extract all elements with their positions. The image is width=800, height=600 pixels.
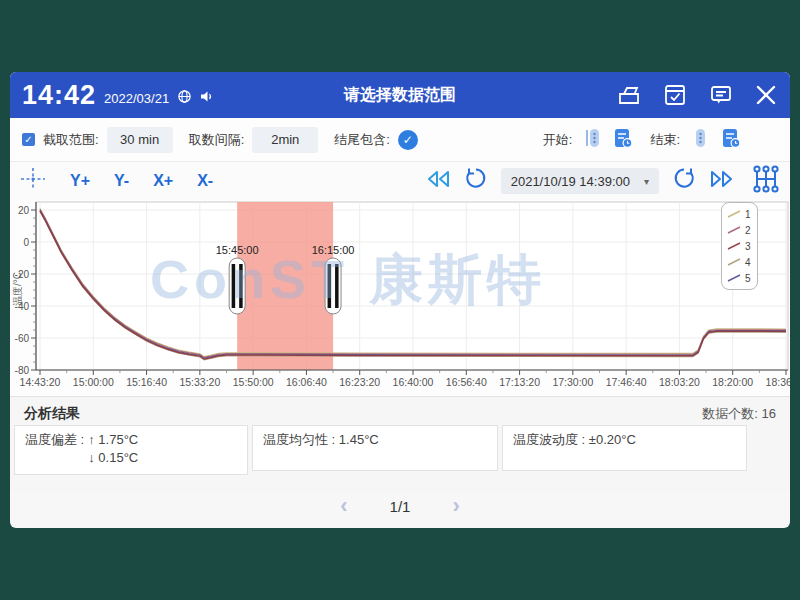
svg-text:15:16:40: 15:16:40 (126, 376, 167, 388)
cursor-handle[interactable] (325, 258, 341, 314)
svg-text:16:06:40: 16:06:40 (286, 376, 327, 388)
cursor-time-label: 16:15:00 (312, 244, 355, 256)
x-zoom-out-button[interactable]: X- (197, 172, 213, 190)
svg-text:-40: -40 (15, 301, 30, 312)
svg-text:15:00:00: 15:00:00 (73, 376, 114, 388)
deviation-down-value: ↓ 0.15°C (88, 449, 138, 467)
cursor-time-label: 15:45:00 (216, 244, 259, 256)
globe-icon (177, 89, 192, 108)
screen: { "titlebar": { "time": "14:42", "date":… (0, 0, 800, 600)
app-window: 14:42 2022/03/21 请选择数据范围 (10, 72, 790, 528)
range-controls: ✓ 截取范围: 30 min 取数间隔: 2min 结尾包含: ✓ 开始: 结束… (10, 118, 790, 162)
svg-text:-80: -80 (15, 365, 30, 376)
datetime-dropdown[interactable]: 2021/10/19 14:39:00 ▾ (501, 168, 659, 194)
prev-page-button[interactable]: ‹ (340, 496, 347, 516)
svg-text:16:23:20: 16:23:20 (339, 376, 380, 388)
clock-date: 2022/03/21 (104, 91, 169, 106)
svg-text:20: 20 (18, 205, 30, 216)
range-input[interactable]: 30 min (107, 127, 173, 153)
chevron-down-icon: ▾ (644, 176, 649, 187)
legend-item-2[interactable]: 2 (727, 222, 752, 238)
end-time-icon[interactable] (720, 127, 742, 152)
svg-text:17:13:20: 17:13:20 (499, 376, 540, 388)
chart[interactable]: 200-20-40-60-8014:43:2015:00:0015:16:401… (10, 200, 790, 396)
calendar-check-icon[interactable] (662, 82, 688, 108)
legend-item-1[interactable]: 1 (727, 206, 752, 222)
comment-icon[interactable] (708, 82, 734, 108)
svg-text:15:50:00: 15:50:00 (233, 376, 274, 388)
y-zoom-out-button[interactable]: Y- (114, 172, 129, 190)
range-label: 截取范围: (43, 131, 99, 149)
crosshair-icon[interactable] (20, 167, 46, 195)
clock-time: 14:42 (22, 80, 96, 111)
svg-text:15:33:20: 15:33:20 (179, 376, 220, 388)
export-file-icon[interactable] (616, 82, 642, 108)
page-title: 请选择数据范围 (344, 85, 456, 106)
interval-label: 取数间隔: (189, 131, 245, 149)
legend-item-3[interactable]: 3 (727, 238, 752, 254)
page-indicator: 1/1 (390, 498, 411, 515)
svg-text:16:56:40: 16:56:40 (446, 376, 487, 388)
uniformity-result: 温度均匀性 : 1.45°C (252, 425, 498, 471)
chart-area: 温度/°C 200-20-40-60-8014:43:2015:00:0015:… (10, 200, 790, 396)
interval-input[interactable]: 2min (252, 127, 318, 153)
svg-text:0: 0 (23, 237, 29, 248)
svg-text:17:46:40: 17:46:40 (606, 376, 647, 388)
chart-toolbar: Y+ Y- X+ X- 2021/10/19 14:39:00 ▾ (10, 162, 790, 200)
rewind-icon[interactable] (425, 169, 451, 193)
x-zoom-in-button[interactable]: X+ (153, 172, 173, 190)
deviation-result: 温度偏差 : ↑ 1.75°C ↓ 0.15°C (14, 425, 248, 475)
svg-text:16:40:00: 16:40:00 (393, 376, 434, 388)
titlebar: 14:42 2022/03/21 请选择数据范围 (10, 72, 790, 118)
svg-text:18:20:00: 18:20:00 (712, 376, 753, 388)
range-checkbox[interactable]: ✓ (22, 133, 35, 146)
cursor-handle[interactable] (229, 258, 245, 314)
chart-legend[interactable]: 12345 (721, 202, 758, 290)
analysis-section: 分析结果 数据个数: 16 温度偏差 : ↑ 1.75°C ↓ 0.15°C 温… (10, 396, 790, 492)
svg-text:18:36:40: 18:36:40 (766, 376, 790, 388)
svg-text:-60: -60 (15, 333, 30, 344)
datetime-value: 2021/10/19 14:39:00 (511, 174, 630, 189)
pagination: ‹ 1/1 › (10, 490, 790, 522)
svg-text:-20: -20 (15, 269, 30, 280)
svg-text:17:30:00: 17:30:00 (552, 376, 593, 388)
history-forward-icon[interactable] (672, 167, 696, 195)
start-time-icon[interactable] (612, 127, 634, 152)
legend-item-4[interactable]: 4 (727, 254, 752, 270)
fluctuation-result: 温度波动度 : ±0.20°C (502, 425, 747, 471)
end-label: 结束: (650, 131, 680, 149)
data-count: 数据个数: 16 (702, 405, 776, 423)
start-label: 开始: (543, 131, 573, 149)
history-back-icon[interactable] (464, 167, 488, 195)
analysis-heading: 分析结果 (24, 405, 80, 423)
fast-forward-icon[interactable] (709, 169, 735, 193)
legend-item-5[interactable]: 5 (727, 270, 752, 286)
svg-text:14:43:20: 14:43:20 (20, 376, 61, 388)
deviation-label: 温度偏差 : (25, 431, 84, 469)
include-end-label: 结尾包含: (334, 131, 390, 149)
y-zoom-in-button[interactable]: Y+ (70, 172, 90, 190)
channels-icon[interactable] (752, 163, 780, 199)
svg-text:18:03:20: 18:03:20 (659, 376, 700, 388)
deviation-up-value: ↑ 1.75°C (88, 431, 138, 449)
close-icon[interactable] (754, 83, 778, 107)
speaker-icon (199, 89, 214, 108)
include-end-toggle[interactable]: ✓ (398, 130, 418, 150)
start-cursor-icon[interactable] (582, 127, 602, 152)
end-cursor-icon[interactable] (690, 127, 710, 152)
next-page-button[interactable]: › (452, 496, 459, 516)
